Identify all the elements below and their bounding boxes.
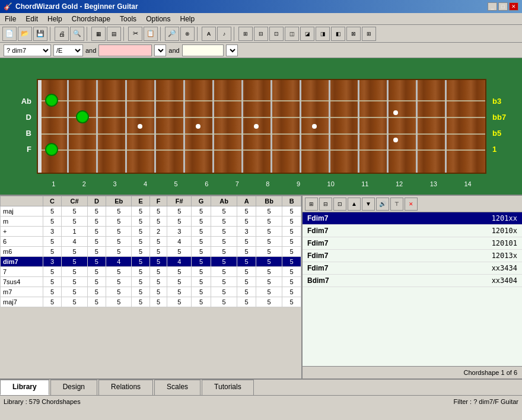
fret-2: [96, 80, 98, 173]
filter-input-1[interactable]: [98, 44, 152, 56]
view9-button[interactable]: ⊞: [362, 27, 376, 41]
list-item[interactable]: Fdim71201xx: [303, 212, 522, 225]
layout2-button[interactable]: ▤: [107, 27, 121, 41]
fret-4: [154, 80, 156, 173]
menu-chordshape[interactable]: Chordshape: [69, 14, 113, 24]
chord-list[interactable]: Fdim71201xxFdim712010xFdim7120101Fdim712…: [303, 212, 522, 366]
chord-row-value: 5: [106, 277, 132, 287]
minimize-button[interactable]: _: [488, 2, 497, 11]
list-item[interactable]: Fdim712010x: [303, 225, 522, 237]
toolbar-separator-1: [50, 27, 52, 41]
chord-row-value: 5: [237, 206, 256, 217]
view1-button[interactable]: ⊞: [238, 27, 253, 41]
close-button[interactable]: ✕: [509, 2, 518, 11]
view5-button[interactable]: ◪: [300, 27, 314, 41]
chord-row-value: 5: [106, 287, 132, 297]
find1-button[interactable]: 🔎: [165, 27, 179, 41]
chord-row-value: 4: [167, 257, 192, 267]
chord-row-value: 5: [62, 206, 87, 217]
tab-relations[interactable]: Relations: [98, 380, 153, 395]
chord-row-value: 5: [106, 217, 132, 227]
col-header-bb: Bb: [256, 196, 282, 206]
chord-row-value: 5: [192, 237, 211, 247]
list-item[interactable]: Fdim7120101: [303, 237, 522, 250]
maximize-button[interactable]: □: [498, 2, 508, 11]
fret-num-9: 9: [297, 180, 300, 187]
right-btn-clear[interactable]: ✕: [405, 198, 418, 211]
preview-button[interactable]: 🔍: [70, 27, 84, 41]
save-button[interactable]: 💾: [33, 27, 47, 41]
note-button[interactable]: ♪: [217, 27, 231, 41]
tab-tutorials[interactable]: Tutorials: [202, 380, 254, 395]
view6-button[interactable]: ◨: [316, 27, 330, 41]
right-btn-up[interactable]: ▲: [348, 198, 361, 211]
text-button[interactable]: A: [202, 27, 216, 41]
chord-row-value: 4: [106, 257, 132, 267]
table-row[interactable]: dim7355455455555: [1, 257, 301, 267]
view8-button[interactable]: ⊠: [346, 27, 361, 41]
slash-select[interactable]: /E: [53, 44, 83, 56]
new-button[interactable]: 📄: [2, 27, 17, 41]
menu-help-unused[interactable]: Help: [45, 14, 65, 24]
col-header-g: G: [192, 196, 211, 206]
fret-numbers: 1 2 3 4 5 6 7 8 9 10 11 12 13 14: [37, 180, 486, 187]
filter-select-2[interactable]: ▼: [154, 44, 166, 56]
chord-row-value: 5: [87, 217, 106, 227]
copy-button[interactable]: 📋: [144, 27, 158, 41]
find2-button[interactable]: ⊗: [180, 27, 195, 41]
list-item[interactable]: Bdim7xx3404: [303, 275, 522, 287]
right-btn-audio[interactable]: 🔊: [376, 198, 389, 211]
chord-row-value: 3: [167, 227, 192, 237]
menu-edit[interactable]: Edit: [23, 14, 40, 24]
right-btn-3[interactable]: ⊡: [333, 198, 346, 211]
view2-button[interactable]: ⊟: [254, 27, 268, 41]
table-row[interactable]: m7555555555555: [1, 287, 301, 297]
table-row[interactable]: 6545555455555: [1, 237, 301, 247]
chord-row-value: 4: [62, 237, 87, 247]
right-btn-filter[interactable]: ⊤: [390, 198, 403, 211]
fretboard-container: Ab D B F: [12, 64, 510, 189]
menu-tools[interactable]: Tools: [117, 14, 139, 24]
chord-row-value: 5: [62, 277, 87, 287]
tab-scales[interactable]: Scales: [154, 380, 200, 395]
right-btn-down[interactable]: ▼: [362, 198, 375, 211]
col-header-ab: Ab: [211, 196, 237, 206]
layout1-button[interactable]: ▦: [91, 27, 106, 41]
chord-frets-cell: 120101: [406, 237, 522, 250]
table-row[interactable]: m6555555555555: [1, 247, 301, 257]
menu-help[interactable]: Help: [177, 14, 197, 24]
chord-row-value: 5: [167, 277, 192, 287]
view4-button[interactable]: ◫: [285, 27, 299, 41]
table-row[interactable]: 7sus4555555555555: [1, 277, 301, 287]
tab-library[interactable]: Library: [0, 380, 49, 395]
menu-options[interactable]: Options: [144, 14, 173, 24]
table-row[interactable]: 7555555555555: [1, 267, 301, 277]
col-header-b: B: [282, 196, 301, 206]
table-row[interactable]: maj555555555555: [1, 206, 301, 217]
table-row[interactable]: +315552355355: [1, 227, 301, 237]
chord-row-value: 5: [282, 237, 301, 247]
chord-row-value: 5: [211, 206, 237, 217]
chord-status: Chordshape 1 of 6: [303, 366, 522, 378]
tab-design[interactable]: Design: [50, 380, 97, 395]
fret-dot-5: [196, 124, 200, 129]
cut-button[interactable]: ✂: [128, 27, 142, 41]
open-button[interactable]: 📂: [18, 27, 32, 41]
chord-row-value: 5: [43, 267, 62, 277]
col-header-c: C: [43, 196, 62, 206]
table-row[interactable]: m555555555555: [1, 217, 301, 227]
print-button[interactable]: 🖨: [55, 27, 69, 41]
filter-select-3[interactable]: ▼: [226, 44, 238, 56]
view7-button[interactable]: ◧: [331, 27, 345, 41]
list-item[interactable]: Fdim712013x: [303, 250, 522, 262]
view3-button[interactable]: ⊡: [269, 27, 284, 41]
menu-file[interactable]: File: [2, 14, 18, 24]
list-item[interactable]: Fdim7xx3434: [303, 262, 522, 275]
right-btn-1[interactable]: ⊞: [305, 198, 318, 211]
filter-input-2[interactable]: [182, 44, 224, 56]
table-row[interactable]: maj7555555555555: [1, 297, 301, 307]
right-btn-2[interactable]: ⊟: [319, 198, 332, 211]
chord-row-value: 5: [256, 277, 282, 287]
chord-type-select[interactable]: ? dim7: [4, 44, 51, 56]
chord-row-value: 5: [192, 227, 211, 237]
